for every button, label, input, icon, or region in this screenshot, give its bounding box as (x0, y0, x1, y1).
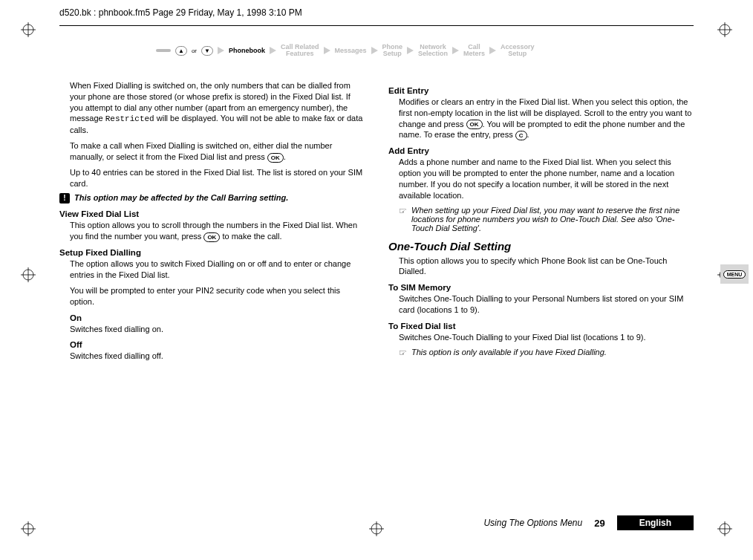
body-text: The option allows you to switch Fixed Di… (70, 258, 365, 281)
pointing-hand-icon: ☞ (399, 206, 407, 232)
body-text: Adds a phone number and name to the Fixe… (399, 157, 694, 201)
chevron-right-icon (371, 47, 378, 54)
heading-view-fixed-dial-list: View Fixed Dial List (59, 209, 365, 218)
right-column: Edit Entry Modifies or clears an entry i… (388, 80, 694, 366)
chevron-right-icon (489, 47, 496, 54)
crop-mark-icon (717, 22, 732, 39)
left-column: When Fixed Dialling is switched on, the … (59, 80, 365, 366)
breadcrumb: ▲ or ▼ Phonebook Call RelatedFeatures Me… (156, 44, 694, 58)
chevron-right-icon (407, 47, 414, 54)
crumb-call-related: Call RelatedFeatures (281, 44, 319, 58)
crumb-network-selection: NetworkSelection (418, 44, 448, 58)
crumb-accessory-setup: AccessorySetup (501, 44, 535, 58)
nav-up-key-icon: ▲ (175, 46, 187, 56)
heading-add-entry: Add Entry (388, 146, 694, 155)
footer-language-badge: English (617, 515, 694, 530)
heading-setup-fixed-dialling: Setup Fixed Dialling (59, 248, 365, 257)
crumb-phone-setup: PhoneSetup (382, 44, 403, 58)
crop-mark-icon (21, 267, 36, 284)
body-text: This option allows you to scroll through… (70, 220, 365, 242)
chevron-right-icon (218, 47, 224, 54)
crop-mark-icon (21, 521, 36, 538)
breadcrumb-or: or (192, 48, 197, 54)
tip-note: ☞This option is only available if you ha… (399, 348, 694, 358)
heading-one-touch-dial-setting: One-Touch Dial Setting (388, 240, 694, 253)
c-key-icon: C (515, 131, 527, 140)
footer-page-number: 29 (594, 518, 604, 529)
body-text: To make a call when Fixed Dialling is sw… (70, 140, 365, 163)
ok-key-icon: OK (267, 153, 284, 163)
body-text: Switches One-Touch Dialling to your Fixe… (399, 332, 694, 343)
crop-mark-icon (21, 22, 36, 39)
warning-note: !This option may be affected by the Call… (59, 193, 365, 204)
ok-key-icon: OK (466, 120, 483, 129)
nav-down-key-icon: ▼ (201, 46, 213, 56)
body-text: Switches fixed dialling on. (70, 324, 365, 335)
warning-icon: ! (59, 193, 70, 204)
crumb-messages: Messages (335, 48, 367, 54)
body-text: You will be prompted to enter your PIN2 … (70, 285, 365, 307)
page-footer: Using The Options Menu 29 English (59, 515, 694, 530)
tip-note: ☞When setting up your Fixed Dial list, y… (399, 206, 694, 232)
body-text: When Fixed Dialling is switched on, the … (70, 80, 365, 136)
heading-to-fixed-dial-list: To Fixed Dial list (388, 322, 694, 331)
crumb-phonebook: Phonebook (229, 48, 265, 54)
heading-to-sim-memory: To SIM Memory (388, 283, 694, 292)
chevron-right-icon (452, 47, 459, 54)
heading-off: Off (70, 340, 365, 349)
chevron-right-icon (324, 47, 330, 54)
ok-key-icon: OK (203, 232, 220, 242)
pointing-hand-icon: ☞ (399, 348, 407, 358)
body-text: Modifies or clears an entry in the Fixed… (399, 97, 694, 140)
crop-mark-icon (717, 521, 732, 538)
body-text: Up to 40 entries can be stored in the Fi… (70, 167, 365, 189)
header-rule (59, 25, 694, 26)
body-text: This option allows you to specify which … (399, 255, 694, 278)
framemaker-header: d520.bk : phnbook.fm5 Page 29 Friday, Ma… (59, 7, 694, 18)
body-text: Switches fixed dialling off. (70, 351, 365, 362)
breadcrumb-connector-icon (156, 49, 171, 52)
chevron-right-icon (270, 47, 276, 54)
menu-badge-label: MENU (723, 270, 746, 279)
footer-section-title: Using The Options Menu (483, 518, 582, 528)
body-text: Switches One-Touch Dialling to your Pers… (399, 293, 694, 316)
page-content: d520.bk : phnbook.fm5 Page 29 Friday, Ma… (59, 7, 694, 366)
heading-edit-entry: Edit Entry (388, 86, 694, 95)
crumb-call-meters: CallMeters (463, 44, 485, 58)
heading-on: On (70, 313, 365, 322)
menu-side-tab: MENU (720, 264, 749, 284)
